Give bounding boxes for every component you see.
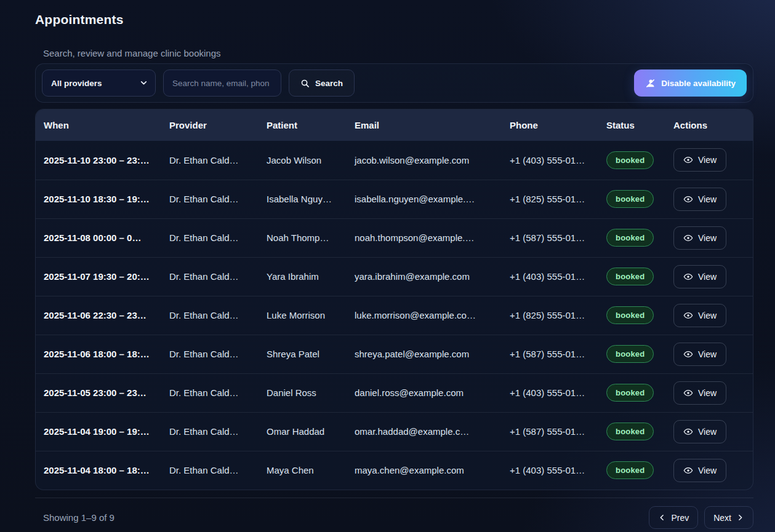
chevron-right-icon — [736, 514, 744, 522]
appointment-phone: +1 (825) 555-01… — [502, 296, 599, 335]
view-button-label: View — [698, 466, 717, 475]
page-title: Appointments — [35, 12, 753, 27]
view-button-label: View — [698, 272, 717, 282]
view-button[interactable]: View — [673, 226, 726, 250]
appointment-email: daniel.ross@example.com — [347, 373, 502, 412]
status-badge: booked — [606, 423, 654, 440]
status-badge: booked — [606, 229, 654, 247]
appointment-phone: +1 (587) 555-01… — [502, 335, 599, 373]
page-subtitle: Search, review and manage clinic booking… — [43, 48, 753, 58]
appointment-patient: Luke Morrison — [259, 296, 347, 335]
next-button[interactable]: Next — [704, 506, 753, 529]
appointment-provider: Dr. Ethan Cald… — [162, 373, 259, 412]
view-button-label: View — [698, 388, 717, 398]
eye-icon — [683, 466, 693, 475]
appointment-email: noah.thompson@example.… — [347, 218, 502, 257]
appointment-patient: Noah Thomp… — [259, 218, 347, 257]
appointment-phone: +1 (587) 555-01… — [502, 218, 599, 257]
appointment-phone: +1 (587) 555-01… — [502, 412, 599, 451]
appointment-email: jacob.wilson@example.com — [347, 141, 502, 180]
appointment-email: luke.morrison@example.co… — [347, 296, 502, 335]
appointment-provider: Dr. Ethan Cald… — [162, 335, 259, 373]
eye-icon — [683, 349, 693, 359]
column-header-provider: Provider — [162, 109, 259, 141]
appointments-page: Appointments Search, review and manage c… — [0, 0, 775, 529]
appointment-when: 2025-11-04 18:00 – 18:… — [36, 451, 162, 490]
appointment-when: 2025-11-05 23:00 – 23… — [36, 373, 162, 412]
prev-button-label: Prev — [671, 513, 689, 523]
table-row: 2025-11-06 22:30 – 23… Dr. Ethan Cald… L… — [36, 296, 753, 335]
appointments-table: When Provider Patient Email Phone Status… — [36, 109, 753, 490]
table-row: 2025-11-07 19:30 – 20:… Dr. Ethan Cald… … — [36, 257, 753, 296]
showing-count: Showing 1–9 of 9 — [43, 512, 114, 523]
appointment-patient: Yara Ibrahim — [259, 257, 347, 296]
status-badge: booked — [606, 384, 654, 402]
provider-select[interactable]: All providers — [42, 69, 156, 97]
appointment-when: 2025-11-06 18:00 – 18:… — [36, 335, 162, 373]
appointments-tbody: 2025-11-10 23:00 – 23:… Dr. Ethan Cald… … — [36, 141, 753, 490]
appointment-when: 2025-11-08 00:00 – 0… — [36, 218, 162, 257]
column-header-email: Email — [347, 109, 502, 141]
search-icon — [300, 79, 310, 88]
view-button[interactable]: View — [673, 343, 726, 366]
appointment-phone: +1 (403) 555-01… — [502, 451, 599, 490]
appointment-when: 2025-11-07 19:30 – 20:… — [36, 257, 162, 296]
appointment-provider: Dr. Ethan Cald… — [162, 451, 259, 490]
appointment-patient: Isabella Nguy… — [259, 180, 347, 218]
appointment-patient: Jacob Wilson — [259, 141, 347, 180]
prev-button[interactable]: Prev — [649, 506, 698, 529]
status-badge: booked — [606, 151, 654, 169]
appointment-patient: Daniel Ross — [259, 373, 347, 412]
table-row: 2025-11-10 18:30 – 19:… Dr. Ethan Cald… … — [36, 180, 753, 218]
column-header-when: When — [36, 109, 162, 141]
appointment-provider: Dr. Ethan Cald… — [162, 180, 259, 218]
chevron-left-icon — [658, 514, 666, 522]
table-row: 2025-11-04 19:00 – 19:… Dr. Ethan Cald… … — [36, 412, 753, 451]
search-button[interactable]: Search — [289, 69, 355, 97]
toolbar: All providers Search Disable availabilit… — [35, 63, 753, 103]
appointment-phone: +1 (403) 555-01… — [502, 373, 599, 412]
appointment-email: maya.chen@example.com — [347, 451, 502, 490]
appointment-phone: +1 (403) 555-01… — [502, 257, 599, 296]
appointments-table-card: When Provider Patient Email Phone Status… — [35, 109, 753, 490]
table-row: 2025-11-05 23:00 – 23… Dr. Ethan Cald… D… — [36, 373, 753, 412]
view-button[interactable]: View — [673, 188, 726, 211]
status-badge: booked — [606, 345, 654, 363]
view-button[interactable]: View — [673, 381, 726, 405]
table-header-row: When Provider Patient Email Phone Status… — [36, 109, 753, 141]
appointment-patient: Maya Chen — [259, 451, 347, 490]
view-button[interactable]: View — [673, 148, 726, 172]
provider-filter: All providers — [42, 69, 156, 97]
eye-icon — [683, 155, 693, 165]
column-header-patient: Patient — [259, 109, 347, 141]
column-header-actions: Actions — [666, 109, 753, 141]
eye-icon — [683, 194, 693, 204]
view-button[interactable]: View — [673, 265, 726, 288]
view-button-label: View — [698, 349, 717, 359]
eye-icon — [683, 427, 693, 437]
table-row: 2025-11-08 00:00 – 0… Dr. Ethan Cald… No… — [36, 218, 753, 257]
eye-icon — [683, 388, 693, 398]
view-button-label: View — [698, 155, 717, 165]
disable-availability-button[interactable]: Disable availability — [634, 69, 747, 97]
status-badge: booked — [606, 461, 654, 479]
view-button[interactable]: View — [673, 420, 726, 443]
table-row: 2025-11-06 18:00 – 18:… Dr. Ethan Cald… … — [36, 335, 753, 373]
view-button[interactable]: View — [673, 304, 726, 327]
view-button[interactable]: View — [673, 459, 726, 482]
search-input[interactable] — [163, 69, 281, 97]
appointment-when: 2025-11-10 18:30 – 19:… — [36, 180, 162, 218]
view-button-label: View — [698, 233, 717, 243]
appointment-patient: Omar Haddad — [259, 412, 347, 451]
search-button-label: Search — [315, 79, 343, 88]
appointment-patient: Shreya Patel — [259, 335, 347, 373]
appointment-provider: Dr. Ethan Cald… — [162, 141, 259, 180]
view-button-label: View — [698, 194, 717, 204]
appointment-email: omar.haddad@example.c… — [347, 412, 502, 451]
appointment-provider: Dr. Ethan Cald… — [162, 218, 259, 257]
eye-icon — [683, 233, 693, 243]
column-header-status: Status — [599, 109, 666, 141]
table-row: 2025-11-10 23:00 – 23:… Dr. Ethan Cald… … — [36, 141, 753, 180]
eye-icon — [683, 272, 693, 282]
status-badge: booked — [606, 306, 654, 324]
